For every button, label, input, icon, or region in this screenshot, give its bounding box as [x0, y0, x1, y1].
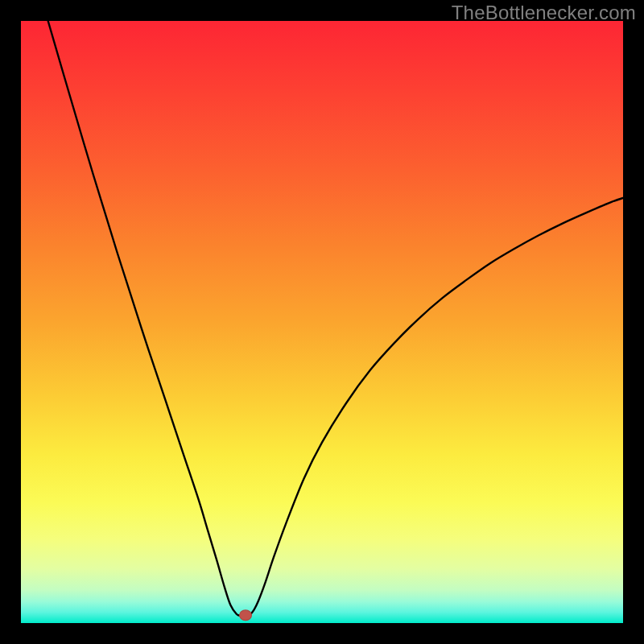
- plot-area: [21, 21, 623, 623]
- gradient-background: [21, 21, 623, 623]
- minimum-marker: [240, 610, 252, 621]
- root-container: { "attribution": "TheBottlenecker.com", …: [0, 0, 644, 644]
- attribution-label: TheBottlenecker.com: [452, 2, 636, 24]
- chart-svg: [21, 21, 623, 623]
